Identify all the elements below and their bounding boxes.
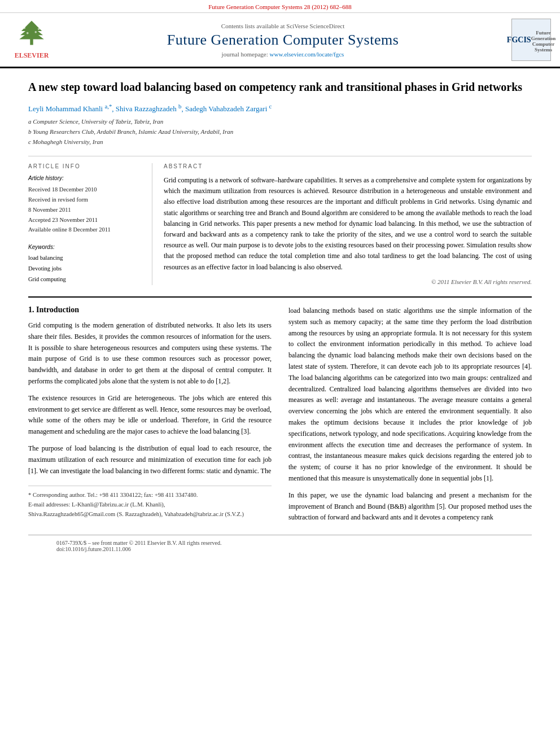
svg-point-6 xyxy=(27,32,29,34)
intro-para-2: The purpose of load balancing is the dis… xyxy=(28,443,272,477)
homepage-url: www.elsevier.com/locate/fgcs xyxy=(270,51,344,58)
history-dates: Received 18 December 2010 Received in re… xyxy=(28,185,143,235)
sciverse-text: Contents lists available at SciVerse Sci… xyxy=(221,23,344,29)
authors-line: Leyli Mohammad Khanli a,*, Shiva Razzagh… xyxy=(28,103,532,113)
author-khanli: Leyli Mohammad Khanli xyxy=(28,104,103,113)
affiliation-a: a Computer Science, University of Tabriz… xyxy=(28,117,532,127)
authors-text: Leyli Mohammad Khanli a,*, Shiva Razzagh… xyxy=(28,104,272,113)
issn-line: 0167-739X/$ – see front matter © 2011 El… xyxy=(56,540,504,546)
svg-point-7 xyxy=(34,31,37,33)
bottom-bar: 0167-739X/$ – see front matter © 2011 El… xyxy=(28,535,532,557)
journal-citation-bar: Future Generation Computer Systems 28 (2… xyxy=(0,0,560,13)
journal-center-info: Contents lists available at SciVerse Sci… xyxy=(60,23,506,58)
intro-left: 1. Introduction Grid computing is the mo… xyxy=(28,305,272,529)
svg-point-4 xyxy=(23,27,25,29)
footnote-2: Shiva.Razzaghzadeh65@Gmail.com (S. Razza… xyxy=(28,510,272,519)
history-item-0: Received 18 December 2010 xyxy=(28,185,143,195)
section1-heading: Introduction xyxy=(36,305,79,314)
keywords-list: load balancing Devoting jobs Grid comput… xyxy=(28,253,143,285)
svg-point-5 xyxy=(38,28,40,30)
author-khanli-sup: a,* xyxy=(104,103,112,110)
article-body: A new step toward load balancing based o… xyxy=(0,68,560,568)
footnote-1: E-mail addresses: L-Khanli@Tabrizu.ac.ir… xyxy=(28,500,272,510)
affiliations: a Computer Science, University of Tabriz… xyxy=(28,117,532,147)
author-zargari-sup: c xyxy=(269,103,272,110)
main-content: 1. Introduction Grid computing is the mo… xyxy=(28,296,532,529)
section1-title: 1. Introduction xyxy=(28,305,272,314)
intro-para-1: The existence resources in Grid are hete… xyxy=(28,393,272,438)
article-history: Article history: Received 18 December 20… xyxy=(28,175,143,235)
introduction-two-col: 1. Introduction Grid computing is the mo… xyxy=(28,305,532,529)
history-label: Article history: xyxy=(28,175,143,181)
history-item-2: 8 November 2011 xyxy=(28,205,143,215)
elsevier-logo: ELSEVIER xyxy=(9,20,54,60)
history-item-1: Received in revised form xyxy=(28,195,143,205)
keyword-0: load balancing xyxy=(28,253,143,264)
intro-para-0: Grid computing is the modern generation … xyxy=(28,320,272,387)
fgcs-logo: FGCIS Future GenerationComputer Systems xyxy=(511,19,551,61)
history-item-4: Available online 8 December 2011 xyxy=(28,225,143,235)
sciverse-line: Contents lists available at SciVerse Sci… xyxy=(60,23,506,29)
section1-number: 1. xyxy=(28,305,34,314)
author-razzaghzadeh: Shiva Razzaghzadeh xyxy=(116,104,177,113)
elsevier-tree-icon xyxy=(15,20,49,48)
journal-homepage: journal homepage: www.elsevier.com/locat… xyxy=(60,51,506,58)
keyword-1: Devoting jobs xyxy=(28,264,143,274)
journal-title: Future Generation Computer Systems xyxy=(60,32,506,49)
keyword-2: Grid computing xyxy=(28,274,143,285)
author-razzaghzadeh-sup: b xyxy=(178,103,181,110)
footnote-0: * Corresponding author. Tel.: +98 411 33… xyxy=(28,491,272,500)
abstract-text: Grid computing is a network of software–… xyxy=(164,175,532,273)
affiliation-c: c Mohaghegh University, Iran xyxy=(28,137,532,147)
affiliation-b: b Young Researchers Club, Ardabil Branch… xyxy=(28,127,532,137)
article-info-header: ARTICLE INFO xyxy=(28,163,143,169)
elsevier-brand: ELSEVIER xyxy=(9,51,54,60)
footnote-area: * Corresponding author. Tel.: +98 411 33… xyxy=(28,486,272,519)
author-zargari: Sadegh Vahabzadeh Zargari xyxy=(185,104,267,113)
intro-right-para-1: In this paper, we use the dynamic load b… xyxy=(288,490,532,523)
abstract-header: ABSTRACT xyxy=(164,163,532,169)
homepage-label: journal homepage: xyxy=(222,51,268,58)
article-title: A new step toward load balancing based o… xyxy=(28,80,532,95)
doi-line: doi:10.1016/j.future.2011.11.006 xyxy=(56,546,504,552)
keywords-section: Keywords: load balancing Devoting jobs G… xyxy=(28,244,143,285)
copyright-line: © 2011 Elsevier B.V. All rights reserved… xyxy=(164,278,532,285)
intro-right-para-0: load balancing methods based on static a… xyxy=(288,305,532,484)
abstract-col: ABSTRACT Grid computing is a network of … xyxy=(164,163,532,285)
intro-right: load balancing methods based on static a… xyxy=(288,305,532,529)
journal-header: ELSEVIER Contents lists available at Sci… xyxy=(0,13,560,68)
article-info-col: ARTICLE INFO Article history: Received 1… xyxy=(28,163,152,285)
history-item-3: Accepted 23 November 2011 xyxy=(28,215,143,225)
info-abstract-section: ARTICLE INFO Article history: Received 1… xyxy=(28,163,532,285)
journal-citation: Future Generation Computer Systems 28 (2… xyxy=(208,3,352,10)
section-divider xyxy=(28,156,532,156)
keywords-label: Keywords: xyxy=(28,244,143,250)
